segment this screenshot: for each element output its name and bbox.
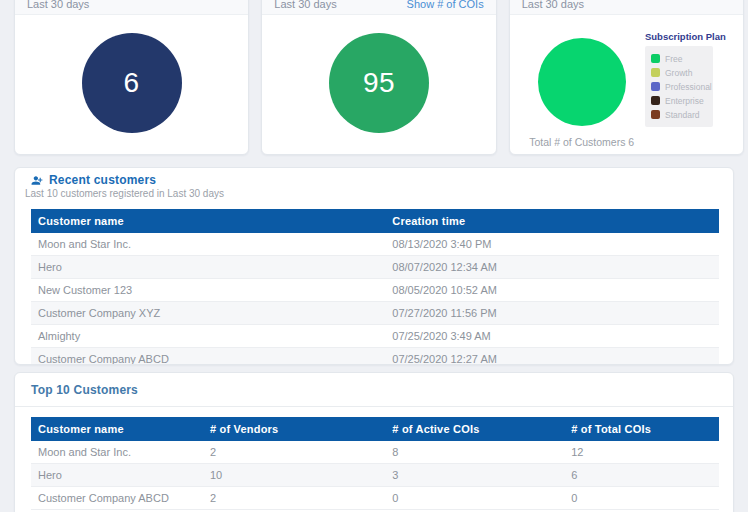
summary-cards: Last 30 days 6 Last 30 days Show # of CO… bbox=[14, 0, 744, 155]
column-header: # of Active COIs bbox=[385, 417, 564, 441]
table-cell: Hero bbox=[31, 464, 203, 487]
column-header: Customer name bbox=[31, 417, 203, 441]
table-row: Customer Company ABCD200 bbox=[31, 487, 719, 510]
cois-metric-circle: 95 bbox=[329, 33, 429, 133]
table-cell: 6 bbox=[564, 464, 719, 487]
column-header: # of Total COIs bbox=[564, 417, 719, 441]
panel-title: Recent customers bbox=[49, 173, 156, 187]
card-body: 6 bbox=[15, 15, 248, 156]
table-cell: 8 bbox=[385, 441, 564, 464]
card-new-customers: Last 30 days 6 bbox=[14, 0, 249, 155]
metric-value: 6 bbox=[124, 67, 140, 99]
card-body: 95 bbox=[262, 15, 495, 156]
card-header: Last 30 days bbox=[510, 0, 743, 15]
card-header: Last 30 days bbox=[15, 0, 248, 15]
card-body: Total # of Customers 6 Subscription Plan… bbox=[510, 15, 743, 156]
table-cell: 08/13/2020 3:40 PM bbox=[385, 233, 719, 256]
top-customers-table: Customer name# of Vendors# of Active COI… bbox=[31, 417, 719, 510]
subscription-pie-chart bbox=[538, 38, 626, 126]
panel-subtitle: Last 10 customers registered in Last 30 … bbox=[25, 188, 717, 199]
legend-title: Subscription Plan bbox=[645, 31, 713, 42]
card-header: Last 30 days Show # of COIs bbox=[262, 0, 495, 15]
table-cell: 07/25/2020 12:27 AM bbox=[385, 348, 719, 366]
table-row: Hero1036 bbox=[31, 464, 719, 487]
legend-item[interactable]: Enterprise bbox=[651, 94, 707, 107]
legend-swatch-icon bbox=[651, 110, 660, 119]
table-cell: 08/05/2020 10:52 AM bbox=[385, 279, 719, 302]
legend-label: Standard bbox=[665, 110, 700, 120]
table-cell: Moon and Star Inc. bbox=[31, 233, 385, 256]
card-period-label: Last 30 days bbox=[522, 0, 584, 10]
table-cell: 07/25/2020 3:49 AM bbox=[385, 325, 719, 348]
panel-title: Top 10 Customers bbox=[15, 373, 733, 406]
table-cell: 10 bbox=[203, 464, 385, 487]
legend-swatch-icon bbox=[651, 68, 660, 77]
table-row: Hero08/07/2020 12:34 AM bbox=[31, 256, 719, 279]
table-cell: 3 bbox=[385, 464, 564, 487]
panel-title-row: Recent customers bbox=[25, 173, 717, 187]
table-row: Customer Company XYZ07/27/2020 11:56 PM bbox=[31, 302, 719, 325]
legend-item[interactable]: Free bbox=[651, 52, 707, 65]
table-cell: 2 bbox=[203, 487, 385, 510]
table-cell: 07/27/2020 11:56 PM bbox=[385, 302, 719, 325]
legend-swatch-icon bbox=[651, 82, 660, 91]
table-header-row: Customer nameCreation time bbox=[31, 209, 719, 233]
table-cell: Customer Company ABCD bbox=[31, 348, 385, 366]
legend-swatch-icon bbox=[651, 54, 660, 63]
card-cois: Last 30 days Show # of COIs 95 bbox=[261, 0, 496, 155]
table-header-row: Customer name# of Vendors# of Active COI… bbox=[31, 417, 719, 441]
legend-label: Enterprise bbox=[665, 96, 704, 106]
recent-customers-panel: Recent customers Last 10 customers regis… bbox=[14, 167, 734, 365]
legend-box: Free Growth Professional bbox=[645, 46, 713, 127]
pie-caption: Total # of Customers 6 bbox=[529, 136, 634, 148]
legend-label: Growth bbox=[665, 68, 692, 78]
divider bbox=[15, 406, 733, 407]
person-add-icon bbox=[31, 174, 44, 187]
show-cois-link[interactable]: Show # of COIs bbox=[407, 0, 484, 10]
legend-item[interactable]: Growth bbox=[651, 66, 707, 79]
table-cell: Customer Company ABCD bbox=[31, 487, 203, 510]
panel-head: Recent customers Last 10 customers regis… bbox=[15, 168, 733, 199]
card-period-label: Last 30 days bbox=[274, 0, 336, 10]
table-row: Moon and Star Inc.08/13/2020 3:40 PM bbox=[31, 233, 719, 256]
table-cell: 08/07/2020 12:34 AM bbox=[385, 256, 719, 279]
subscription-plan-legend: Subscription Plan Free Growth bbox=[645, 31, 713, 127]
legend-item[interactable]: Professional bbox=[651, 80, 707, 93]
legend-swatch-icon bbox=[651, 96, 660, 105]
table-row: Customer Company ABCD07/25/2020 12:27 AM bbox=[31, 348, 719, 366]
table-cell: New Customer 123 bbox=[31, 279, 385, 302]
table-cell: 0 bbox=[385, 487, 564, 510]
card-period-label: Last 30 days bbox=[27, 0, 89, 10]
column-header: Creation time bbox=[385, 209, 719, 233]
table-cell: 0 bbox=[564, 487, 719, 510]
table-row: Almighty07/25/2020 3:49 AM bbox=[31, 325, 719, 348]
table-row: New Customer 12308/05/2020 10:52 AM bbox=[31, 279, 719, 302]
table-cell: Hero bbox=[31, 256, 385, 279]
recent-customers-table: Customer nameCreation timeMoon and Star … bbox=[31, 209, 719, 365]
table-cell: Moon and Star Inc. bbox=[31, 441, 203, 464]
legend-item[interactable]: Standard bbox=[651, 108, 707, 121]
legend-label: Free bbox=[665, 54, 682, 64]
top-customers-panel: Top 10 Customers Customer name# of Vendo… bbox=[14, 372, 734, 512]
subscription-pie-area: Total # of Customers 6 bbox=[507, 38, 657, 148]
table-row: Moon and Star Inc.2812 bbox=[31, 441, 719, 464]
table-cell: 2 bbox=[203, 441, 385, 464]
column-header: Customer name bbox=[31, 209, 385, 233]
column-header: # of Vendors bbox=[203, 417, 385, 441]
table-cell: Customer Company XYZ bbox=[31, 302, 385, 325]
table-cell: 12 bbox=[564, 441, 719, 464]
table-cell: Almighty bbox=[31, 325, 385, 348]
card-subscription-plan: Last 30 days Total # of Customers 6 Subs… bbox=[509, 0, 744, 155]
dashboard-page: { "colors": { "page_bg": "#eef0f4", "tab… bbox=[0, 0, 748, 512]
legend-label: Professional bbox=[665, 82, 712, 92]
new-customers-metric-circle: 6 bbox=[82, 33, 182, 133]
metric-value: 95 bbox=[363, 67, 395, 99]
